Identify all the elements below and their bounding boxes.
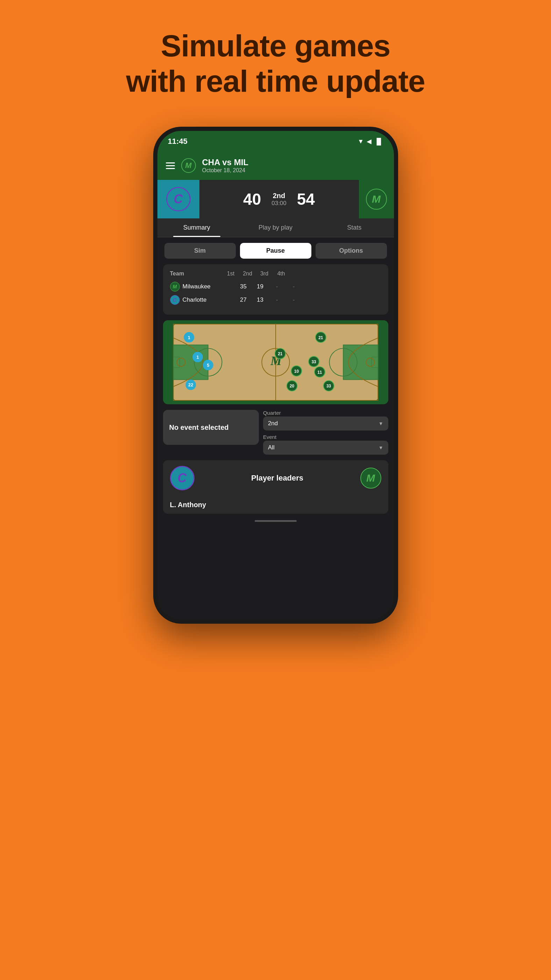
mil-q3: - (269, 283, 286, 290)
mil-q4: - (286, 283, 302, 290)
svg-text:33: 33 (311, 360, 316, 364)
table-row-charlotte: C Charlotte 27 13 - - (170, 295, 381, 305)
cha-q4: - (286, 296, 302, 304)
col-team-label: Team (170, 270, 222, 277)
milwaukee-team-bg: M (359, 180, 394, 218)
phone-shell: 11:45 ▼ ◀ ▐▌ M CHA vs MIL October 18, 20… (153, 127, 398, 624)
milwaukee-logo-score: M (366, 189, 387, 210)
svg-text:21: 21 (278, 352, 283, 356)
leaders-milwaukee-logo: M (360, 468, 381, 488)
score-center: 40 2nd 03:00 54 (199, 180, 359, 218)
signal-icon: ◀ (367, 138, 372, 145)
phone-screen: 11:45 ▼ ◀ ▐▌ M CHA vs MIL October 18, 20… (157, 131, 394, 619)
event-dropdown[interactable]: All ▼ (263, 441, 388, 455)
hero-title: Simulate games with real time update (126, 28, 425, 99)
status-time: 11:45 (168, 137, 187, 146)
mil-q2: 19 (252, 283, 269, 290)
court-svg: M 1 1 5 (163, 320, 388, 404)
svg-text:10: 10 (294, 369, 299, 374)
header-matchup: CHA vs MIL (202, 158, 386, 167)
player-leaders-card: C Player leaders M L. Anthony (163, 460, 388, 514)
svg-text:22: 22 (188, 383, 193, 388)
home-bar (255, 520, 297, 522)
score-right: 54 (297, 190, 315, 208)
charlotte-team-bg: C (157, 180, 199, 218)
svg-text:1: 1 (187, 335, 190, 340)
event-value: All (268, 444, 275, 451)
event-selector: No event selected Quarter 2nd ▼ Event (163, 410, 388, 455)
tab-stats[interactable]: Stats (315, 218, 394, 237)
sim-controls: Sim Pause Options (157, 237, 394, 264)
col-1st-label: 1st (222, 270, 239, 277)
cha-q1: 27 (235, 296, 252, 304)
score-quarter: 2nd (272, 192, 286, 200)
sim-button[interactable]: Sim (164, 243, 236, 259)
leaders-charlotte-logo: C (170, 466, 195, 490)
player-name: L. Anthony (170, 501, 381, 509)
milwaukee-name: Milwaukee (183, 283, 235, 290)
score-banner: C 40 2nd 03:00 54 M (157, 180, 394, 218)
score-table-header: Team 1st 2nd 3rd 4th (170, 270, 381, 277)
options-button[interactable]: Options (316, 243, 387, 259)
svg-text:1: 1 (196, 355, 199, 360)
svg-text:5: 5 (207, 363, 209, 368)
no-event-text: No event selected (169, 423, 229, 432)
quarter-dropdown[interactable]: 2nd ▼ (263, 417, 388, 431)
home-indicator (157, 514, 394, 528)
col-4th-label: 4th (273, 270, 290, 277)
wifi-icon: ▼ (357, 138, 364, 145)
event-dropdown-group: Event All ▼ (263, 434, 388, 455)
score-table: Team 1st 2nd 3rd 4th M Milwaukee 35 19 -… (163, 264, 388, 315)
mil-q1: 35 (235, 283, 252, 290)
quarter-value: 2nd (268, 420, 278, 427)
menu-button[interactable] (166, 162, 175, 169)
quarter-dropdown-group: Quarter 2nd ▼ (263, 410, 388, 431)
status-icons: ▼ ◀ ▐▌ (357, 138, 383, 145)
pause-button[interactable]: Pause (240, 243, 311, 259)
header-date: October 18, 2024 (202, 167, 386, 173)
leaders-content: L. Anthony (163, 496, 388, 514)
charlotte-icon-small: C (170, 295, 180, 305)
svg-text:11: 11 (317, 370, 322, 375)
no-event-box: No event selected (163, 410, 259, 445)
charlotte-logo: C (166, 187, 191, 212)
tabs-bar: Summary Play by play Stats (157, 218, 394, 237)
charlotte-name: Charlotte (183, 296, 235, 304)
cha-q2: 13 (252, 296, 269, 304)
main-content: Sim Pause Options Team 1st 2nd 3rd 4th (157, 237, 394, 514)
score-left: 40 (243, 190, 261, 208)
svg-text:21: 21 (318, 335, 323, 340)
app-header: M CHA vs MIL October 18, 2024 (157, 152, 394, 180)
svg-text:20: 20 (289, 384, 294, 389)
table-row-milwaukee: M Milwaukee 35 19 - - (170, 282, 381, 291)
score-clock: 03:00 (272, 200, 286, 207)
leaders-header: C Player leaders M (163, 460, 388, 496)
tab-play-by-play[interactable]: Play by play (236, 218, 315, 237)
event-chevron-icon: ▼ (378, 445, 383, 450)
status-bar: 11:45 ▼ ◀ ▐▌ (157, 131, 394, 152)
tab-summary[interactable]: Summary (157, 218, 236, 237)
col-2nd-label: 2nd (239, 270, 256, 277)
leaders-title: Player leaders (195, 474, 360, 483)
header-game-info: CHA vs MIL October 18, 2024 (202, 158, 386, 173)
quarter-chevron-icon: ▼ (378, 421, 383, 426)
court-container: M 1 1 5 (163, 320, 388, 404)
svg-text:33: 33 (326, 384, 331, 389)
filter-dropdowns: Quarter 2nd ▼ Event All ▼ (263, 410, 388, 455)
milwaukee-icon-small: M (170, 282, 180, 291)
header-team-logo: M (181, 158, 196, 173)
quarter-label: Quarter (263, 410, 388, 416)
phone-device: 11:45 ▼ ◀ ▐▌ M CHA vs MIL October 18, 20… (153, 127, 398, 624)
score-middle: 2nd 03:00 (272, 192, 286, 207)
battery-icon: ▐▌ (374, 138, 383, 145)
col-3rd-label: 3rd (256, 270, 273, 277)
event-label: Event (263, 434, 388, 440)
cha-q3: - (269, 296, 286, 304)
